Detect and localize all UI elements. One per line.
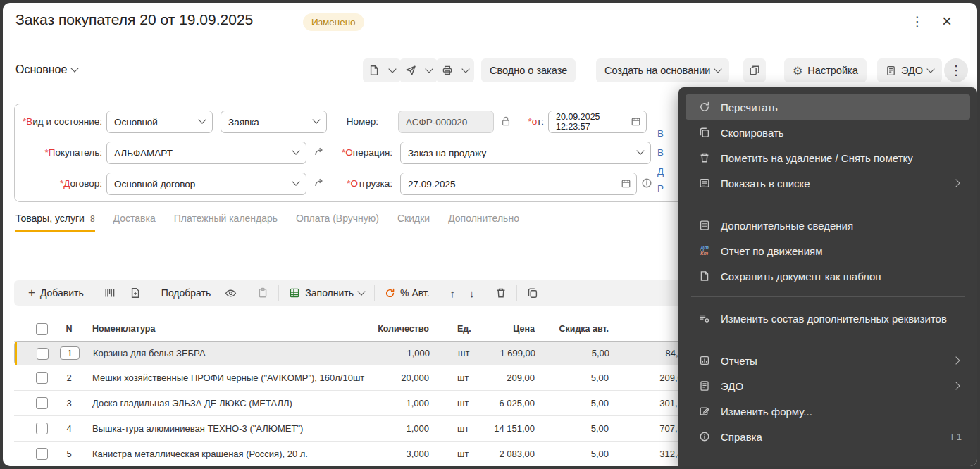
header-discount[interactable]: Скидка авт. bbox=[547, 317, 609, 341]
info-icon[interactable] bbox=[641, 177, 652, 189]
cell-quantity[interactable]: 20,000 bbox=[345, 365, 429, 390]
settings-button[interactable]: ⚙ Настройка bbox=[784, 58, 867, 82]
menu-item-help[interactable]: Справка F1 bbox=[686, 424, 970, 449]
row-number[interactable]: 3 bbox=[58, 391, 80, 415]
calendar-icon[interactable] bbox=[621, 178, 631, 189]
truncated-link[interactable]: В bbox=[657, 128, 664, 139]
header-quantity[interactable]: Количество bbox=[345, 317, 429, 341]
row-checkbox[interactable] bbox=[36, 372, 48, 384]
menu-item-movements-report[interactable]: ДтКт Отчет по движениям bbox=[686, 238, 970, 263]
cell-discount-sum[interactable]: 209,00 bbox=[617, 365, 688, 390]
truncated-link[interactable]: В bbox=[657, 147, 664, 158]
cell-discount-sum[interactable]: 301,25 bbox=[617, 391, 688, 415]
more-actions-button[interactable]: ⋮ bbox=[944, 58, 968, 82]
barcode-button[interactable] bbox=[97, 283, 123, 303]
move-down-button[interactable]: ↓ bbox=[462, 283, 482, 303]
toggle-view-button[interactable] bbox=[218, 283, 244, 303]
select-all-checkbox[interactable] bbox=[36, 323, 48, 335]
cell-nomenclatura[interactable]: Вышка-тура алюминиевая ТЕХНО-3 ("АЛЮМЕТ"… bbox=[92, 416, 346, 441]
number-field[interactable]: АСФР-000020 bbox=[398, 111, 494, 133]
calendar-icon[interactable] bbox=[631, 116, 641, 127]
tab-payment-calendar[interactable]: Платежный календарь bbox=[174, 213, 278, 230]
tab-additional[interactable]: Дополнительно bbox=[448, 213, 519, 230]
cell-discount[interactable]: 5,00 bbox=[547, 342, 609, 365]
state-select[interactable]: Заявка bbox=[221, 111, 327, 133]
cell-discount[interactable]: 5,00 bbox=[547, 365, 609, 390]
row-checkbox[interactable] bbox=[36, 397, 48, 409]
cell-discount-sum[interactable]: 84,95 bbox=[618, 342, 688, 365]
buyer-select[interactable]: АЛЬФАМАРТ bbox=[106, 142, 306, 164]
paste-button[interactable] bbox=[250, 283, 275, 303]
header-nomenclature[interactable]: Номенклатура bbox=[92, 317, 346, 341]
menu-item-show-in-list[interactable]: Показать в списке bbox=[686, 170, 970, 196]
send-button[interactable] bbox=[399, 58, 438, 82]
section-selector[interactable]: Основное bbox=[15, 63, 77, 76]
cell-nomenclature[interactable]: Мешки хозяйственные ПРОФИ черные ("AVIKO… bbox=[92, 365, 388, 390]
create-based-on-button[interactable]: Создать на основании bbox=[596, 58, 729, 82]
pick-items-button[interactable]: Подобрать bbox=[154, 283, 218, 303]
menu-item-additional-info[interactable]: Дополнительные сведения bbox=[686, 213, 970, 238]
copy-row-button[interactable] bbox=[520, 283, 545, 303]
tab-discounts[interactable]: Скидки bbox=[397, 213, 430, 230]
close-button[interactable]: × bbox=[934, 8, 960, 34]
menu-item-edit-additional-attributes[interactable]: Изменить состав дополнительных реквизито… bbox=[686, 306, 970, 331]
row-number[interactable]: 4 bbox=[58, 416, 80, 441]
header-n[interactable]: N bbox=[58, 317, 80, 341]
move-up-button[interactable]: ↑ bbox=[443, 283, 463, 303]
cell-discount-sum[interactable]: 707,55 bbox=[617, 416, 688, 441]
delete-row-button[interactable] bbox=[488, 283, 514, 303]
row-checkbox[interactable] bbox=[36, 448, 48, 460]
cell-price[interactable]: 2 083,00 bbox=[444, 442, 535, 466]
cell-nomenclature[interactable]: Доска гладильная ЭЛЬЗА ДЕ ЛЮКС (МЕТАЛЛ) bbox=[92, 391, 346, 415]
header-price[interactable]: Цена bbox=[444, 317, 535, 341]
truncated-link[interactable]: Р bbox=[657, 183, 664, 194]
cell-quantity[interactable]: 3,000 bbox=[345, 442, 429, 466]
menu-item-change-form[interactable]: Изменить форму... bbox=[686, 399, 970, 424]
menu-item-reports[interactable]: Отчеты bbox=[686, 348, 970, 373]
add-document-button[interactable] bbox=[123, 283, 148, 303]
cell-discount-sum[interactable]: 312,45 bbox=[617, 442, 688, 466]
cell-price[interactable]: 1 699,00 bbox=[445, 342, 535, 365]
cell-discount[interactable]: 5,00 bbox=[547, 442, 609, 466]
auto-discount-button[interactable]: % Авт. bbox=[378, 283, 437, 303]
post-document-button[interactable] bbox=[363, 58, 401, 82]
open-link-icon[interactable] bbox=[314, 177, 325, 189]
tab-delivery[interactable]: Доставка bbox=[113, 213, 156, 230]
menu-item-edo[interactable]: ЭДО bbox=[686, 373, 970, 399]
menu-item-reread[interactable]: Перечитать bbox=[686, 94, 970, 120]
add-row-button[interactable]: + Добавить bbox=[21, 283, 91, 303]
menu-item-mark-deletion[interactable]: Пометить на удаление / Снять пометку bbox=[686, 145, 970, 170]
cell-price[interactable]: 209,00 bbox=[444, 365, 535, 390]
related-documents-button[interactable] bbox=[743, 58, 766, 82]
row-checkbox[interactable] bbox=[37, 348, 49, 360]
cell-quantity[interactable]: 1,000 bbox=[345, 416, 429, 441]
contract-select[interactable]: Основной договор bbox=[106, 173, 306, 195]
print-button[interactable] bbox=[436, 58, 474, 82]
row-number[interactable]: 2 bbox=[58, 365, 80, 390]
row-number[interactable]: 5 bbox=[58, 442, 80, 466]
cell-price[interactable]: 14 151,00 bbox=[444, 416, 535, 441]
shipment-date-field[interactable]: 27.09.2025 bbox=[400, 173, 637, 195]
cell-nomenclature[interactable]: Корзина для белья ЗЕБРА bbox=[93, 342, 347, 365]
order-summary-button[interactable]: Сводно о заказе bbox=[481, 58, 576, 82]
window-menu-button[interactable]: ⋮ bbox=[905, 8, 930, 34]
from-datetime-field[interactable]: 20.09.2025 12:23:57 bbox=[548, 111, 647, 133]
row-checkbox[interactable] bbox=[36, 423, 48, 434]
cell-quantity[interactable]: 1,000 bbox=[345, 391, 429, 415]
truncated-link[interactable]: Д bbox=[657, 166, 664, 177]
cell-discount[interactable]: 5,00 bbox=[547, 416, 609, 441]
operation-select[interactable]: Заказ на продажу bbox=[400, 142, 651, 164]
menu-item-save-as-template[interactable]: Сохранить документ как шаблон bbox=[686, 263, 970, 289]
row-number-value[interactable]: 1 bbox=[60, 346, 79, 360]
open-link-icon[interactable] bbox=[314, 146, 325, 158]
kind-select[interactable]: Основной bbox=[106, 111, 213, 133]
cell-quantity[interactable]: 1,000 bbox=[346, 342, 430, 365]
cell-discount[interactable]: 5,00 bbox=[547, 391, 609, 415]
edo-button[interactable]: ЭДО bbox=[877, 58, 942, 82]
cell-nomenclature[interactable]: Канистра металлическая крашеная (Россия)… bbox=[92, 442, 346, 466]
cell-price[interactable]: 6 025,00 bbox=[444, 391, 535, 415]
tab-goods-services[interactable]: Товары, услуги8 bbox=[15, 213, 95, 232]
fill-button[interactable]: Заполнить bbox=[282, 283, 371, 303]
menu-item-copy[interactable]: Скопировать bbox=[686, 120, 970, 145]
tab-payment-manual[interactable]: Оплата (Вручную) bbox=[296, 213, 379, 230]
